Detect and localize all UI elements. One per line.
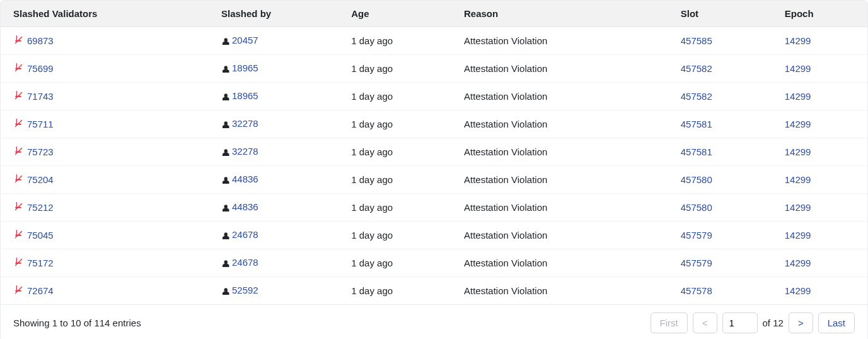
header-slot: Slot: [668, 1, 772, 27]
slashed-icon: [13, 118, 23, 130]
slashedby-link[interactable]: 18965: [232, 62, 258, 73]
validator-link[interactable]: 75723: [27, 146, 54, 157]
slashedby-link[interactable]: 32278: [232, 118, 258, 129]
pagination: First < of 12 > Last: [651, 312, 855, 333]
reason-text: Attestation Violation: [451, 166, 668, 194]
page-total-text: of 12: [763, 318, 784, 328]
slot-link[interactable]: 457581: [681, 119, 712, 129]
age-text: 1 day ago: [339, 194, 451, 222]
epoch-link[interactable]: 14299: [785, 63, 811, 74]
person-icon: 👤︎: [221, 37, 230, 47]
person-icon: 👤︎: [221, 92, 230, 102]
person-icon: 👤︎: [221, 148, 230, 158]
validator-link[interactable]: 75204: [27, 174, 54, 185]
reason-text: Attestation Violation: [451, 83, 668, 110]
slashed-icon: [13, 35, 23, 47]
slashed-icon: [13, 146, 23, 158]
age-text: 1 day ago: [339, 277, 451, 305]
slot-link[interactable]: 457580: [681, 174, 712, 185]
age-text: 1 day ago: [339, 138, 451, 166]
person-icon: 👤︎: [221, 175, 230, 186]
reason-text: Attestation Violation: [451, 222, 668, 249]
table-header-row: Slashed Validators Slashed by Age Reason…: [1, 1, 867, 27]
next-page-button[interactable]: >: [789, 312, 813, 333]
slashed-icon: [13, 285, 23, 297]
slot-link[interactable]: 457585: [681, 35, 712, 46]
age-text: 1 day ago: [339, 110, 451, 138]
table-row: 69873👤︎204571 day agoAttestation Violati…: [1, 27, 867, 55]
slashed-icon: [13, 62, 23, 74]
validator-link[interactable]: 75172: [27, 258, 54, 268]
epoch-link[interactable]: 14299: [785, 174, 811, 185]
slashed-validators-table: Slashed Validators Slashed by Age Reason…: [0, 0, 868, 339]
reason-text: Attestation Violation: [451, 138, 668, 166]
header-age: Age: [339, 1, 451, 27]
table-row: 75212👤︎448361 day agoAttestation Violati…: [1, 194, 867, 222]
prev-page-button[interactable]: <: [693, 312, 717, 333]
page-number-input[interactable]: [722, 312, 758, 333]
slashedby-link[interactable]: 44836: [232, 174, 258, 184]
reason-text: Attestation Violation: [451, 27, 668, 55]
last-page-button[interactable]: Last: [818, 312, 855, 333]
epoch-link[interactable]: 14299: [785, 202, 811, 213]
table-footer: Showing 1 to 10 of 114 entries First < o…: [1, 305, 867, 339]
slot-link[interactable]: 457581: [681, 146, 712, 157]
slashedby-link[interactable]: 18965: [232, 90, 258, 101]
header-validator: Slashed Validators: [1, 1, 209, 27]
validator-link[interactable]: 75045: [27, 230, 54, 241]
validator-link[interactable]: 75711: [27, 119, 54, 129]
epoch-link[interactable]: 14299: [785, 146, 811, 157]
table-row: 75204👤︎448361 day agoAttestation Violati…: [1, 166, 867, 194]
slot-link[interactable]: 457582: [681, 91, 712, 102]
first-page-button[interactable]: First: [651, 312, 688, 333]
person-icon: 👤︎: [221, 231, 230, 241]
epoch-link[interactable]: 14299: [785, 230, 811, 241]
slashed-icon: [13, 174, 23, 186]
slot-link[interactable]: 457578: [681, 285, 712, 296]
person-icon: 👤︎: [221, 259, 230, 269]
slashedby-link[interactable]: 20457: [232, 35, 258, 45]
epoch-link[interactable]: 14299: [785, 91, 811, 102]
slashed-icon: [13, 90, 23, 102]
showing-entries-text: Showing 1 to 10 of 114 entries: [13, 318, 141, 328]
table-row: 75699👤︎189651 day agoAttestation Violati…: [1, 55, 867, 83]
age-text: 1 day ago: [339, 27, 451, 55]
epoch-link[interactable]: 14299: [785, 285, 811, 296]
epoch-link[interactable]: 14299: [785, 35, 811, 46]
slashedby-link[interactable]: 32278: [232, 146, 258, 157]
slashedby-link[interactable]: 24678: [232, 229, 258, 240]
slot-link[interactable]: 457582: [681, 63, 712, 74]
table-row: 75723👤︎322781 day agoAttestation Violati…: [1, 138, 867, 166]
table-row: 71743👤︎189651 day agoAttestation Violati…: [1, 83, 867, 110]
reason-text: Attestation Violation: [451, 55, 668, 83]
age-text: 1 day ago: [339, 249, 451, 277]
slashedby-link[interactable]: 52592: [232, 285, 258, 295]
person-icon: 👤︎: [221, 64, 230, 74]
slot-link[interactable]: 457579: [681, 230, 712, 241]
validator-link[interactable]: 69873: [27, 35, 54, 46]
epoch-link[interactable]: 14299: [785, 119, 811, 129]
table-row: 72674👤︎525921 day agoAttestation Violati…: [1, 277, 867, 305]
slot-link[interactable]: 457579: [681, 258, 712, 268]
validator-link[interactable]: 71743: [27, 91, 54, 102]
slot-link[interactable]: 457580: [681, 202, 712, 213]
validator-link[interactable]: 75212: [27, 202, 54, 213]
person-icon: 👤︎: [221, 203, 230, 213]
reason-text: Attestation Violation: [451, 110, 668, 138]
validator-link[interactable]: 72674: [27, 285, 54, 296]
table-row: 75045👤︎246781 day agoAttestation Violati…: [1, 222, 867, 249]
header-reason: Reason: [451, 1, 668, 27]
slashedby-link[interactable]: 24678: [232, 257, 258, 268]
slashedby-link[interactable]: 44836: [232, 201, 258, 212]
reason-text: Attestation Violation: [451, 249, 668, 277]
age-text: 1 day ago: [339, 166, 451, 194]
person-icon: 👤︎: [221, 287, 230, 297]
age-text: 1 day ago: [339, 55, 451, 83]
slashed-icon: [13, 229, 23, 241]
table-row: 75711👤︎322781 day agoAttestation Violati…: [1, 110, 867, 138]
table-row: 75172👤︎246781 day agoAttestation Violati…: [1, 249, 867, 277]
age-text: 1 day ago: [339, 222, 451, 249]
epoch-link[interactable]: 14299: [785, 258, 811, 268]
header-slashedby: Slashed by: [209, 1, 339, 27]
validator-link[interactable]: 75699: [27, 63, 54, 74]
